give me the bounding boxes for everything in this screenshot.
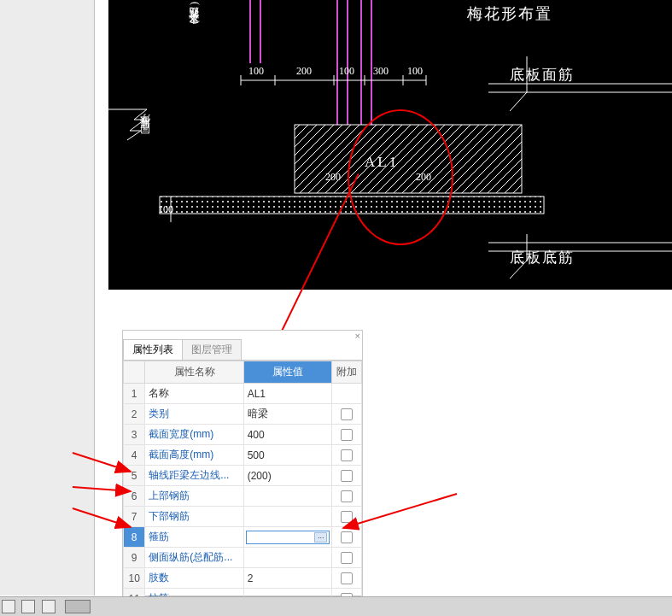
property-name: 名称 xyxy=(145,384,243,404)
property-value[interactable]: x··· xyxy=(243,527,332,548)
svg-line-27 xyxy=(343,494,457,528)
annotation-arrows-left xyxy=(73,453,137,547)
property-value[interactable]: 2 xyxy=(243,568,332,589)
table-row[interactable]: 9侧面纵筋(总配筋... xyxy=(124,548,362,568)
header-name: 属性名称 xyxy=(145,361,243,384)
property-name: 上部钢筋 xyxy=(145,486,243,507)
tab-property-list[interactable]: 属性列表 xyxy=(123,339,183,360)
tab-layer-manage[interactable]: 图层管理 xyxy=(182,339,242,360)
property-value[interactable]: 暗梁 xyxy=(243,404,332,425)
cad-label-bottom-rebar: 底板底筋 xyxy=(510,248,575,267)
table-row[interactable]: 6上部钢筋 xyxy=(124,486,362,507)
table-row[interactable]: 10肢数2 xyxy=(124,568,362,589)
svg-line-25 xyxy=(73,508,131,527)
property-add[interactable] xyxy=(332,466,362,486)
annotation-ellipse xyxy=(348,109,453,245)
table-row[interactable]: 5轴线距梁左边线...(200) xyxy=(124,466,362,486)
cad-dim-100c: 100 xyxy=(407,65,423,78)
property-value[interactable]: AL1 xyxy=(243,384,332,404)
close-icon[interactable]: × xyxy=(355,331,360,341)
header-value[interactable]: 属性值 xyxy=(243,361,332,384)
cad-label-plum-pattern: 梅花形布置 xyxy=(467,3,552,24)
taskbar-icon[interactable] xyxy=(42,600,56,613)
property-value[interactable] xyxy=(243,486,332,507)
cad-viewport[interactable]: 水平分布筋(12) 同底板厚 梅花形布置 100 200 100 300 100… xyxy=(108,0,672,290)
checkbox[interactable] xyxy=(341,470,353,482)
property-add[interactable] xyxy=(332,568,362,589)
row-number: 9 xyxy=(124,548,145,568)
os-taskbar[interactable] xyxy=(0,596,672,616)
table-row[interactable]: 3截面宽度(mm)400 xyxy=(124,425,362,445)
property-name: 截面宽度(mm) xyxy=(145,425,243,445)
cad-tag-200-left: 200 xyxy=(325,171,341,184)
property-name: 轴线距梁左边线... xyxy=(145,466,243,486)
cad-dim-200a: 200 xyxy=(296,65,312,78)
cad-label-same-slab-thickness: 同底板厚 xyxy=(138,128,153,142)
property-value[interactable]: (200) xyxy=(243,466,332,486)
cad-dim-100b: 100 xyxy=(339,65,354,78)
taskbar-lang-ime[interactable] xyxy=(65,600,91,613)
row-number: 1 xyxy=(124,384,145,404)
checkbox[interactable] xyxy=(341,449,353,461)
svg-line-23 xyxy=(73,453,131,472)
property-value[interactable]: 400 xyxy=(243,425,332,445)
property-table[interactable]: 属性名称 属性值 附加 1名称AL12类别暗梁3截面宽度(mm)4004截面高度… xyxy=(123,361,362,616)
table-row[interactable]: 8箍筋x··· xyxy=(124,527,362,548)
property-add[interactable] xyxy=(332,548,362,568)
property-name: 类别 xyxy=(145,404,243,425)
taskbar-icon[interactable] xyxy=(21,600,35,613)
table-row[interactable]: 2类别暗梁 xyxy=(124,404,362,425)
annotation-arrow-right xyxy=(342,494,461,537)
property-name: 箍筋 xyxy=(145,527,243,548)
checkbox[interactable] xyxy=(341,408,353,420)
property-value[interactable] xyxy=(243,507,332,527)
property-add[interactable] xyxy=(332,445,362,466)
property-add[interactable] xyxy=(332,404,362,425)
row-number: 2 xyxy=(124,404,145,425)
property-name: 下部钢筋 xyxy=(145,507,243,527)
property-panel[interactable]: × 属性列表 图层管理 属性名称 属性值 附加 1名称AL12类别暗梁3截面宽度… xyxy=(122,330,363,596)
property-add[interactable] xyxy=(332,425,362,445)
table-row[interactable]: 4截面高度(mm)500 xyxy=(124,445,362,466)
edit-ellipsis-icon[interactable]: ··· xyxy=(314,532,328,543)
property-add[interactable] xyxy=(332,384,362,404)
cad-dim-300: 300 xyxy=(373,65,389,78)
cad-dim-100d: 100 xyxy=(158,203,173,216)
property-value[interactable] xyxy=(243,548,332,568)
taskbar-icon[interactable] xyxy=(2,600,15,613)
property-name: 侧面纵筋(总配筋... xyxy=(145,548,243,568)
header-add: 附加 xyxy=(332,361,362,384)
checkbox[interactable] xyxy=(341,572,353,584)
checkbox[interactable] xyxy=(341,552,353,564)
cad-label-top-rebar: 底板面筋 xyxy=(510,65,575,85)
cad-dim-100a: 100 xyxy=(248,65,264,78)
table-row[interactable]: 7下部钢筋 xyxy=(124,507,362,527)
cad-label-horizontal-rebar: 水平分布筋(12) xyxy=(187,0,202,32)
property-name: 肢数 xyxy=(145,568,243,589)
property-value[interactable]: 500 xyxy=(243,445,332,466)
svg-line-24 xyxy=(73,487,131,491)
row-number: 3 xyxy=(124,425,145,445)
property-name: 截面高度(mm) xyxy=(145,445,243,466)
header-number xyxy=(124,361,145,384)
checkbox[interactable] xyxy=(341,429,353,441)
table-row[interactable]: 1名称AL1 xyxy=(124,384,362,404)
row-number: 10 xyxy=(124,568,145,589)
